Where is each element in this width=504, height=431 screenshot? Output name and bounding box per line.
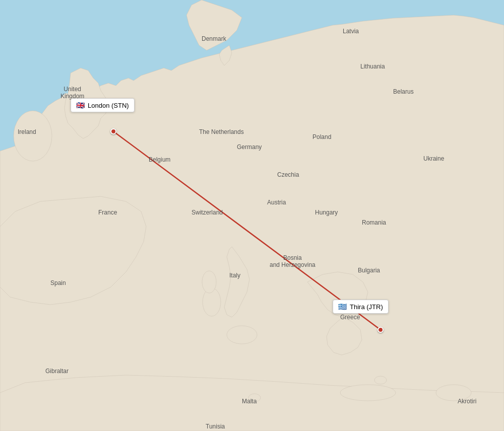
svg-point-8 bbox=[248, 394, 261, 402]
svg-point-4 bbox=[202, 271, 216, 293]
origin-label: 🇬🇧 London (STN) bbox=[71, 98, 135, 112]
destination-flag: 🇬🇷 bbox=[338, 303, 347, 311]
destination-name: Thira (JTR) bbox=[350, 303, 383, 311]
destination-dot bbox=[377, 327, 384, 333]
svg-point-1 bbox=[14, 111, 52, 161]
map-svg bbox=[0, 0, 504, 431]
svg-point-2 bbox=[227, 326, 257, 344]
origin-dot bbox=[110, 128, 116, 134]
origin-name: London (STN) bbox=[88, 102, 129, 109]
svg-point-7 bbox=[436, 385, 471, 401]
destination-label: 🇬🇷 Thira (JTR) bbox=[333, 300, 389, 314]
svg-point-5 bbox=[374, 376, 387, 384]
svg-point-6 bbox=[340, 385, 396, 401]
origin-flag: 🇬🇧 bbox=[76, 101, 85, 109]
map-container: Ireland UnitedKingdom Denmark Latvia Lit… bbox=[0, 0, 504, 431]
